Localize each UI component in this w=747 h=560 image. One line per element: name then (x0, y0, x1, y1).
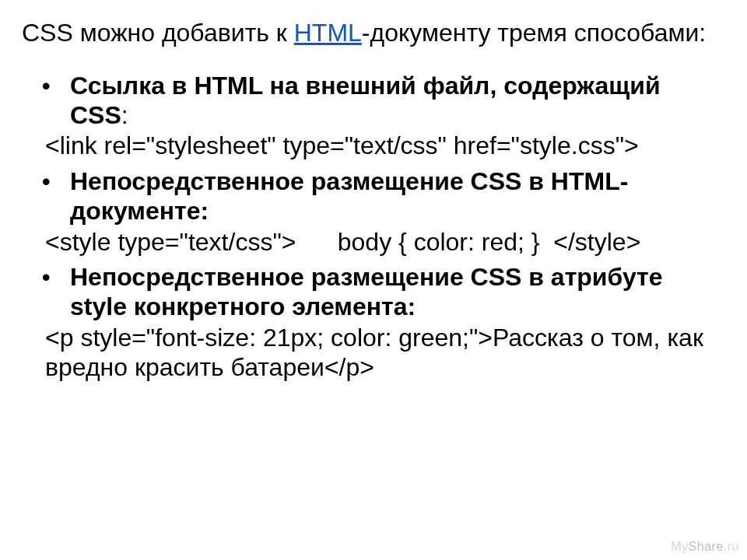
code-style-body: body { color: red; } (338, 228, 540, 256)
method-item-label: Непосредственное размещение CSS в HTML-д… (70, 167, 628, 225)
methods-list-3: Непосредственное размещение CSS в атрибу… (22, 263, 725, 322)
code-example-style: <style type="text/css"> body { color: re… (45, 228, 725, 257)
method-item-embedded: Непосредственное размещение CSS в HTML-д… (70, 167, 725, 226)
method-item-label: Непосредственное размещение CSS в атрибу… (70, 263, 663, 320)
intro-text-before: CSS можно добавить к (22, 19, 294, 47)
code-example-link: <link rel="stylesheet" type="text/css" h… (45, 131, 725, 161)
slide-content: CSS можно добавить к HTML-документу трем… (0, 0, 747, 560)
method-item-inline: Непосредственное размещение CSS в атрибу… (70, 263, 725, 322)
method-item-tail: : (121, 101, 128, 129)
code-style-open: <style type="text/css"> (45, 228, 296, 256)
html-link[interactable]: HTML (294, 19, 362, 47)
code-style-close: </style> (553, 228, 640, 256)
method-item-external: Ссылка в HTML на внешний файл, содержащи… (70, 72, 725, 131)
methods-list: Ссылка в HTML на внешний файл, содержащи… (22, 72, 725, 131)
intro-text-after: -документу тремя способами: (362, 19, 706, 47)
code-example-inline: <p style="font-size: 21px; color: green;… (45, 324, 725, 383)
methods-list-2: Непосредственное размещение CSS в HTML-д… (22, 167, 725, 226)
method-item-label: Ссылка в HTML на внешний файл, содержащи… (70, 72, 661, 129)
intro-paragraph: CSS можно добавить к HTML-документу трем… (22, 19, 725, 48)
